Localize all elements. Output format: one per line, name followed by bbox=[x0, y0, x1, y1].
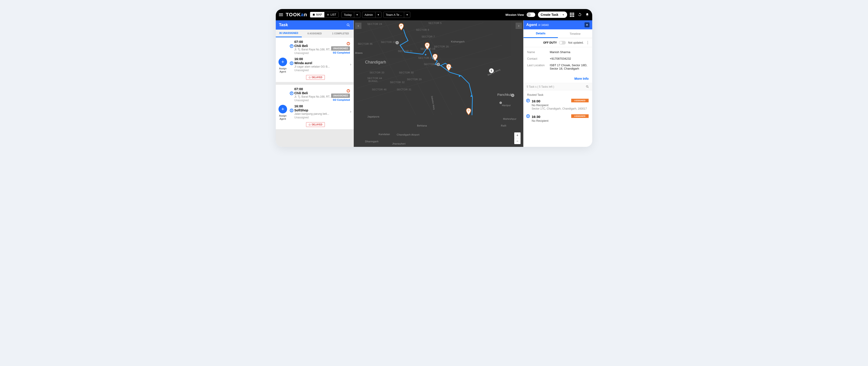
tab-completed[interactable]: 1 COMPLETED bbox=[328, 30, 353, 37]
map-pin-delivery[interactable]: D bbox=[446, 64, 452, 71]
view-toggle: MAP LIST bbox=[310, 12, 339, 18]
task-panel-title: Task bbox=[279, 23, 288, 27]
duty-toggle[interactable] bbox=[559, 41, 566, 44]
task-title: Chili Beli bbox=[294, 44, 351, 48]
map-place-label: Kishangarh bbox=[451, 40, 465, 43]
map-sector-label: BURAIL bbox=[368, 80, 378, 82]
map-icon bbox=[312, 13, 315, 16]
mission-view-toggle[interactable] bbox=[527, 12, 535, 17]
apps-icon[interactable] bbox=[570, 13, 574, 17]
task-list[interactable]: + Assign Agent ! UNASSIGNED 0/2 Complete… bbox=[276, 37, 353, 147]
map-pin-pickup[interactable]: P bbox=[398, 23, 404, 31]
map-pin-delivery[interactable]: D bbox=[466, 108, 471, 115]
task-panel-header: Task bbox=[276, 20, 353, 30]
pickup-block: P 07:00 Chili Beli Jl. Tj. Barat Raya No… bbox=[290, 40, 351, 55]
search-icon[interactable] bbox=[346, 23, 350, 27]
duty-status-label: OFF DUTY bbox=[543, 41, 557, 44]
clock-icon bbox=[309, 76, 311, 79]
svg-line-13 bbox=[421, 20, 470, 115]
task-address: Jalan kampung parung beli... bbox=[294, 112, 351, 115]
delayed-badge: DELAYED bbox=[306, 75, 325, 80]
delivery-badge-icon: D bbox=[290, 109, 293, 112]
caret-down-icon: ▼ bbox=[560, 13, 564, 16]
refresh-icon[interactable] bbox=[578, 13, 582, 17]
more-info-link[interactable]: More Info bbox=[575, 77, 589, 80]
map-dot bbox=[396, 41, 399, 44]
list-view-button[interactable]: LIST bbox=[324, 12, 338, 18]
close-icon[interactable]: ✕ bbox=[585, 22, 590, 27]
caret-down-icon: ▼ bbox=[354, 12, 360, 18]
date-label: Today bbox=[342, 12, 354, 18]
map-sector-label: SECTOR 24 bbox=[367, 23, 382, 25]
task-card[interactable]: + Assign Agent ! UNASSIGNED 0/2 Complete… bbox=[276, 37, 353, 82]
svg-text:P: P bbox=[400, 24, 402, 27]
svg-text:D: D bbox=[468, 109, 469, 112]
chevron-right-icon[interactable]: › bbox=[350, 62, 351, 66]
update-status: Not updated. bbox=[568, 41, 584, 44]
routed-task-header: Routed Task bbox=[524, 90, 592, 98]
zoom-out-button[interactable]: − bbox=[514, 138, 521, 144]
map-place-label: Ralli bbox=[501, 124, 506, 127]
mission-view-label: Mission View bbox=[505, 13, 524, 16]
role-dropdown[interactable]: Admin▼ bbox=[362, 12, 381, 18]
task-status-text: Unassigned bbox=[294, 99, 351, 102]
routed-task-item[interactable]: P ASSIGNED 16:00 No Recipient Sector 17C… bbox=[527, 98, 589, 113]
topbar: TOOKan MAP LIST Today▼ Admin▼ Team A Te … bbox=[276, 9, 592, 20]
map-cluster-badge[interactable]: 5 bbox=[489, 68, 494, 73]
map-place-label: Maheshpur bbox=[503, 118, 517, 120]
svg-line-8 bbox=[357, 45, 502, 88]
search-icon[interactable] bbox=[586, 85, 589, 88]
map-sector-label: SECTOR 33 bbox=[370, 71, 384, 74]
tab-assigned[interactable]: 6 ASSIGNED bbox=[302, 30, 328, 37]
routed-task-list: P ASSIGNED 16:00 No Recipient Sector 17C… bbox=[524, 98, 592, 126]
svg-point-22 bbox=[586, 86, 588, 88]
field-label: Contact bbox=[527, 57, 550, 60]
map-dot bbox=[511, 94, 514, 97]
zoom-in-button[interactable]: + bbox=[514, 132, 521, 138]
svg-line-11 bbox=[384, 20, 434, 115]
caret-down-icon: ▼ bbox=[375, 12, 381, 18]
agent-location: ISBT 17 Chowk, Sector 18D, Sector 18, Ch… bbox=[550, 64, 589, 70]
agent-name: Manish Sharma bbox=[550, 51, 589, 54]
task-address: Jl. Tj. Barat Raya No.168, RT... bbox=[294, 95, 351, 98]
date-dropdown[interactable]: Today▼ bbox=[341, 12, 360, 18]
task-status-text: Unassigned bbox=[294, 52, 351, 55]
kebab-icon[interactable]: ⋮ bbox=[586, 40, 590, 45]
map-pin-delivery[interactable]: D bbox=[432, 54, 438, 61]
create-task-button[interactable]: Create Task ▼ bbox=[538, 11, 567, 18]
team-dropdown[interactable]: Team A Te ..▼ bbox=[383, 12, 410, 18]
duty-row: OFF DUTY Not updated. ⋮ bbox=[524, 38, 592, 47]
role-label: Admin bbox=[362, 12, 375, 18]
map-sector-label: SECTOR 5 bbox=[428, 22, 442, 24]
map-place-label: Atawa bbox=[355, 52, 363, 54]
tab-unassigned[interactable]: 36 UNASSIGNED bbox=[276, 30, 302, 37]
map-collapse-right-button[interactable]: › bbox=[516, 23, 522, 29]
map-place-label: Behlana bbox=[417, 124, 427, 127]
routed-task-item[interactable]: D ASSIGNED 16:30 No Recipient bbox=[527, 113, 589, 126]
svg-text:D: D bbox=[434, 55, 436, 58]
bell-icon[interactable] bbox=[585, 13, 589, 17]
assign-agent-button[interactable]: + bbox=[278, 105, 287, 113]
task-card[interactable]: + Assign Agent ! UNASSIGNED 0/2 Complete… bbox=[276, 85, 353, 129]
tab-details[interactable]: Details bbox=[524, 29, 558, 38]
caret-down-icon: ▼ bbox=[404, 12, 410, 18]
hamburger-icon[interactable] bbox=[279, 13, 283, 16]
map-view-button[interactable]: MAP bbox=[310, 12, 324, 18]
tab-timeline[interactable]: Timeline bbox=[558, 29, 592, 38]
map-sector-label: SECTOR 22 bbox=[381, 41, 396, 43]
agent-contact: +917087034232 bbox=[550, 57, 589, 60]
agent-panel-header: Agent /# 34940 ✕ bbox=[524, 20, 592, 29]
map-collapse-left-button[interactable]: ‹ bbox=[355, 23, 362, 29]
map-sector-label: SECTOR 29 bbox=[407, 78, 422, 81]
chevron-right-icon[interactable]: › bbox=[350, 109, 351, 114]
task-address: Jl. Tj. Barat Raya No.168, RT... bbox=[294, 48, 351, 51]
svg-text:D: D bbox=[426, 44, 428, 46]
task-time: 07:00 bbox=[294, 40, 351, 44]
map-pin-delivery[interactable]: D bbox=[424, 42, 430, 50]
team-label: Team A Te .. bbox=[383, 12, 404, 18]
map[interactable]: ‹ › Chandigarh Panchkula SECTOR 24 bbox=[354, 20, 523, 147]
routed-title: No Recipient bbox=[532, 119, 589, 123]
delayed-label: DELAYED bbox=[312, 76, 322, 79]
assign-agent-button[interactable]: + bbox=[278, 58, 287, 66]
routed-address: Sector 17C, Chandigarh, Chandigarh, 1600… bbox=[532, 107, 589, 110]
